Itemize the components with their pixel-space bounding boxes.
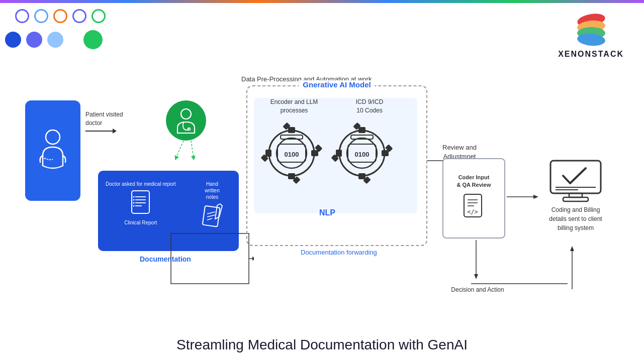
svg-point-17: [133, 205, 135, 207]
ai-model-title: Gnerative AI Model: [299, 80, 375, 89]
coder-input-label: Coder Input& QA Review: [456, 174, 491, 189]
svg-point-5: [181, 109, 191, 119]
svg-line-21: [207, 218, 212, 220]
svg-rect-30: [265, 150, 271, 157]
patient-box: [25, 100, 80, 201]
icd-gear: 0100: [329, 120, 395, 186]
diagram-area: Data Pre-Processing and Automation at wo…: [0, 70, 644, 327]
xenonstack-logo-icon: [571, 8, 611, 48]
dot-8: [47, 32, 63, 48]
svg-rect-41: [358, 173, 365, 179]
dot-2: [34, 9, 48, 23]
dot-7: [26, 32, 42, 48]
dot-3: [53, 9, 67, 23]
handwritten-icon: [201, 203, 224, 230]
nlp-label: NLP: [319, 208, 335, 217]
progress-dots-row2: [5, 30, 103, 49]
dot-5: [91, 9, 106, 23]
svg-marker-24: [252, 257, 254, 261]
svg-rect-28: [288, 173, 295, 179]
clinical-label: Clinical Report: [124, 220, 157, 225]
svg-marker-68: [570, 246, 574, 251]
svg-point-16: [133, 202, 135, 204]
code-doc-icon: </>: [462, 193, 487, 223]
down-arrow: [471, 240, 481, 280]
svg-rect-40: [358, 127, 365, 133]
doctor-circle: [166, 100, 206, 141]
review-to-billing-arrow: [507, 191, 539, 203]
svg-line-20: [207, 215, 215, 217]
top-gradient-bar: [0, 0, 644, 3]
encoder-label: Encoder and LLMprocesses: [266, 98, 322, 115]
handwritten-item: Handwrittennotes: [201, 181, 224, 230]
logo-area: XENONSTACK: [558, 8, 624, 59]
svg-rect-42: [382, 150, 389, 156]
bottom-title: Streamling Medical Documentation with Ge…: [176, 337, 468, 353]
svg-line-19: [207, 212, 215, 214]
svg-rect-27: [288, 127, 295, 133]
connecting-rect: [166, 231, 254, 296]
svg-text:0100: 0100: [355, 151, 370, 158]
patient-visited-area: Patient visited doctor: [85, 110, 123, 132]
dot-1: [15, 9, 29, 23]
bottom-connecting-line: [471, 279, 572, 289]
encoder-gear: 0100: [259, 120, 324, 186]
review-box: Coder Input& QA Review </>: [442, 158, 505, 238]
billing-text: Coding and Billingdetails sent to client…: [549, 205, 602, 232]
medical-report-item: Doctor asked for medical report Clinical…: [106, 181, 176, 225]
dot-9: [83, 30, 103, 49]
svg-rect-43: [336, 150, 342, 157]
patient-visited-label: Patient visited doctor: [85, 110, 123, 128]
clinical-report-icon: [129, 190, 152, 217]
dot-6: [5, 32, 21, 48]
doctor-asked-label: Doctor asked for medical report: [106, 181, 176, 187]
svg-point-4: [46, 130, 60, 144]
logo-text: XENONSTACK: [558, 50, 624, 59]
svg-text:0100: 0100: [285, 151, 299, 158]
svg-rect-29: [311, 150, 318, 156]
hand-written-label: Handwrittennotes: [205, 181, 219, 200]
svg-text:</>: </>: [467, 208, 478, 215]
svg-line-7: [176, 141, 183, 158]
progress-dots-row1: [15, 9, 106, 23]
monitor-icon: [548, 158, 603, 203]
svg-line-8: [191, 141, 194, 158]
icd-label: ICD 9/ICD10 Codes: [342, 98, 397, 115]
billing-section: Coding and Billingdetails sent to client…: [535, 158, 616, 232]
patient-icon: [35, 128, 70, 173]
dot-4: [72, 9, 86, 23]
svg-point-14: [133, 196, 135, 198]
svg-point-15: [133, 199, 135, 201]
doc-forwarding-label: Documentation forwarding: [301, 249, 377, 256]
doctor-icon: [173, 107, 199, 135]
svg-rect-64: [563, 197, 588, 201]
svg-rect-22: [171, 233, 249, 284]
svg-rect-9: [132, 191, 149, 213]
